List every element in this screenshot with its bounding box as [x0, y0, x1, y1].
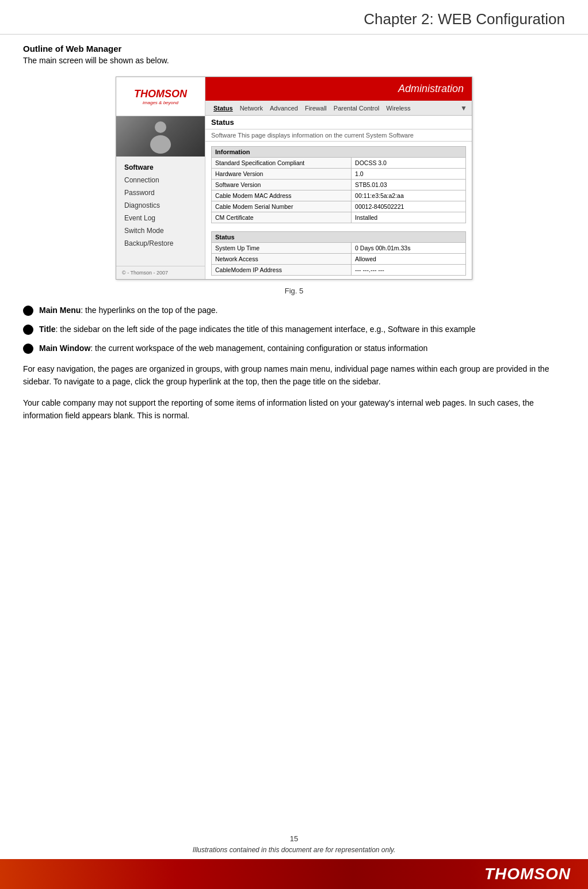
table-row: System Up Time0 Days 00h.01m.33s — [212, 243, 466, 254]
list-item: Main Window: the current workspace of th… — [23, 342, 565, 354]
info-section: Information Standard Specification Compl… — [205, 142, 472, 227]
info-table: Standard Specification CompliantDOCSS 3.… — [211, 157, 466, 223]
sidebar-item-diagnostics[interactable]: Diagnostics — [116, 199, 205, 212]
list-item: Main Menu: the hyperlinks on the top of … — [23, 304, 565, 316]
nav-bar: Status Network Advanced Firewall Parenta… — [205, 101, 472, 116]
screenshot-wrapper: THOMSON images & beyond Software Connect… — [23, 77, 565, 280]
nav-status[interactable]: Status — [210, 105, 236, 112]
chapter-title-text: Chapter 2: WEB Configuration — [364, 10, 565, 28]
page-number: 15 — [0, 834, 588, 843]
nav-advanced[interactable]: Advanced — [266, 105, 301, 112]
table-row: Standard Specification CompliantDOCSS 3.… — [212, 158, 466, 169]
main-area: Administration Status Network Advanced F… — [205, 77, 472, 279]
bullet-dot-icon — [23, 344, 33, 354]
section-subtitle-text: The main screen will be shown as below. — [23, 56, 169, 65]
status-section: Status System Up Time0 Days 00h.01m.33sN… — [205, 227, 472, 279]
sidebar-item-software[interactable]: Software — [116, 161, 205, 174]
nav-arrow-icon: ▼ — [460, 104, 467, 112]
list-item: Title: the sidebar on the left side of t… — [23, 323, 565, 335]
nav-network[interactable]: Network — [236, 105, 266, 112]
sidebar-item-switchmode[interactable]: Switch Mode — [116, 224, 205, 237]
top-banner: Administration — [205, 77, 472, 101]
status-table-title-text: Status — [215, 234, 235, 241]
breadcrumb-text: Software This page displays information … — [211, 132, 414, 139]
sidebar-tagline: images & beyond — [134, 100, 187, 105]
sidebar-logo-text: THOMSON — [134, 88, 187, 100]
status-table: System Up Time0 Days 00h.01m.33sNetwork … — [211, 242, 466, 276]
screenshot-box: THOMSON images & beyond Software Connect… — [116, 77, 472, 280]
table-row: Network AccessAllowed — [212, 254, 466, 265]
bottom-bar-logo: THOMSON — [484, 865, 571, 883]
page-note: Illustrations contained in this document… — [193, 846, 396, 854]
page-footer: 15 Illustrations contained in this docum… — [0, 834, 588, 854]
status-header: Status — [205, 116, 472, 129]
sidebar-item-password[interactable]: Password — [116, 186, 205, 199]
table-row: Cable Modem MAC Address00:11:e3:5a:a2:aa — [212, 190, 466, 201]
section-title-text: Outline of Web Manager — [23, 44, 121, 54]
bullet-section: Main Menu: the hyperlinks on the top of … — [23, 304, 565, 354]
figure-caption-text: Fig. 5 — [285, 287, 304, 295]
sidebar-item-backuprestore[interactable]: Backup/Restore — [116, 237, 205, 250]
section-title: Outline of Web Manager — [23, 44, 565, 54]
figure-caption: Fig. 5 — [23, 287, 565, 295]
nav-parental-control[interactable]: Parental Control — [330, 105, 383, 112]
person-silhouette-icon — [146, 119, 175, 154]
table-row: Software VersionSTB5.01.03 — [212, 180, 466, 190]
sidebar-logo: THOMSON images & beyond — [116, 77, 205, 116]
sidebar-item-eventlog[interactable]: Event Log — [116, 212, 205, 224]
sidebar: THOMSON images & beyond Software Connect… — [116, 77, 205, 279]
sidebar-footer: © - Thomson - 2007 — [116, 266, 205, 279]
table-row: CM CertificateInstalled — [212, 212, 466, 223]
bullet-dot-icon — [23, 306, 33, 316]
info-table-title-text: Information — [215, 148, 250, 155]
nav-firewall[interactable]: Firewall — [301, 105, 330, 112]
breadcrumb: Software This page displays information … — [205, 129, 472, 142]
section-subtitle: The main screen will be shown as below. — [23, 56, 565, 65]
table-row: Hardware Version1.0 — [212, 169, 466, 180]
sidebar-nav: Software Connection Password Diagnostics… — [116, 157, 205, 266]
bottom-bar: THOMSON — [0, 859, 588, 889]
paragraph: Your cable company may not support the r… — [23, 396, 565, 422]
bullet-dot-icon — [23, 325, 33, 335]
sidebar-footer-text: © - Thomson - 2007 — [122, 270, 168, 276]
banner-text: Administration — [398, 83, 464, 94]
nav-wireless[interactable]: Wireless — [383, 105, 414, 112]
svg-point-0 — [155, 121, 166, 133]
sidebar-photo — [116, 116, 205, 157]
chapter-title: Chapter 2: WEB Configuration — [0, 0, 588, 35]
status-header-text: Status — [211, 118, 234, 127]
svg-point-1 — [150, 135, 171, 154]
table-row: Cable Modem Serial Number00012-840502221 — [212, 201, 466, 212]
sidebar-item-connection[interactable]: Connection — [116, 174, 205, 186]
paragraph: For easy navigation, the pages are organ… — [23, 363, 565, 388]
status-table-title: Status — [211, 231, 466, 242]
info-table-title: Information — [211, 146, 466, 157]
table-row: CableModem IP Address--- ---.--- --- — [212, 265, 466, 276]
